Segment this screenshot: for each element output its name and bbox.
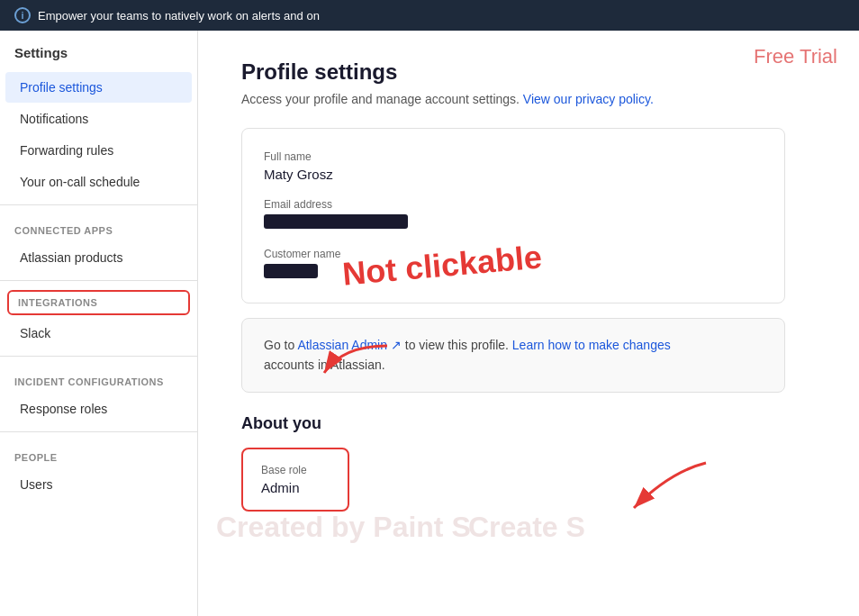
atlassian-admin-link[interactable]: Atlassian Admin ↗: [297, 338, 402, 352]
info-icon: i: [14, 7, 31, 23]
sidebar-item-users[interactable]: Users: [5, 469, 192, 500]
sidebar-item-profile-settings[interactable]: Profile settings: [5, 72, 192, 103]
divider-4: [0, 431, 197, 432]
privacy-policy-link[interactable]: View our privacy policy.: [523, 92, 654, 106]
sidebar: Settings Profile settings Notifications …: [0, 31, 198, 616]
profile-card: Full name Maty Grosz Email address Custo…: [241, 128, 785, 303]
full-name-field: Full name Maty Grosz: [264, 150, 763, 182]
customer-name-value-redacted: [264, 264, 318, 278]
atlassian-info-card: Go to Atlassian Admin ↗ to view this pro…: [241, 318, 785, 393]
learn-how-link[interactable]: Learn how to make changes: [512, 338, 671, 352]
connected-apps-section-label: CONNECTED APPS: [0, 213, 197, 241]
sidebar-item-atlassian[interactable]: Atlassian products: [5, 242, 192, 273]
sidebar-item-on-call[interactable]: Your on-call schedule: [5, 167, 192, 197]
sidebar-item-slack[interactable]: Slack: [5, 318, 192, 349]
sidebar-item-response-roles[interactable]: Response roles: [5, 394, 192, 424]
sidebar-header: Settings: [0, 31, 197, 71]
customer-name-field: Customer name: [264, 248, 763, 281]
base-role-card: Base role Admin: [241, 448, 349, 512]
page-subtitle: Access your profile and manage account s…: [241, 92, 785, 106]
integrations-section-label: INTEGRATIONS: [7, 290, 190, 315]
sidebar-item-notifications[interactable]: Notifications: [5, 104, 192, 134]
email-label: Email address: [264, 198, 763, 211]
page-title: Profile settings: [241, 59, 785, 85]
about-you-title: About you: [241, 414, 785, 433]
top-banner: i Empower your teams to natively work on…: [0, 0, 859, 31]
people-section-label: PEOPLE: [0, 439, 197, 468]
divider-2: [0, 280, 197, 281]
full-name-label: Full name: [264, 150, 763, 163]
divider-3: [0, 356, 197, 357]
incident-config-section-label: INCIDENT CONFIGURATIONS: [0, 364, 197, 393]
email-value-redacted: [264, 214, 408, 229]
free-trial-badge: Free Trial: [754, 45, 837, 68]
customer-name-label: Customer name: [264, 248, 763, 260]
divider-1: [0, 204, 197, 205]
sidebar-item-forwarding-rules[interactable]: Forwarding rules: [5, 135, 192, 166]
base-role-label: Base role: [261, 464, 330, 476]
base-role-value: Admin: [261, 480, 330, 495]
full-name-value: Maty Grosz: [264, 167, 763, 182]
email-field: Email address: [264, 198, 763, 231]
about-you-section: About you Base role Admin: [241, 414, 785, 512]
main-content: Free Trial Not clickable Created by Pain…: [198, 31, 859, 616]
banner-text: Empower your teams to natively work on a…: [38, 9, 320, 23]
